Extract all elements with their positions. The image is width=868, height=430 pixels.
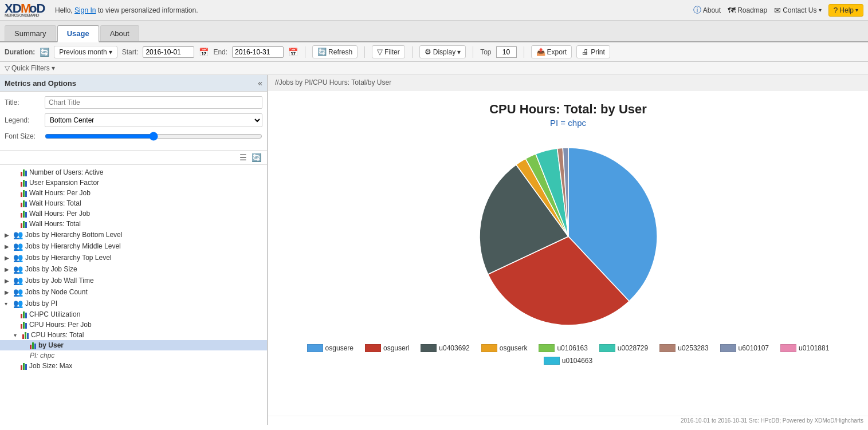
bar-chart-icon (21, 220, 27, 228)
tab-summary[interactable]: Summary (5, 25, 56, 41)
tree-refresh-btn[interactable]: 🔄 (250, 152, 262, 163)
tree-expand-arrow[interactable]: ▶ (5, 266, 11, 273)
tree-item[interactable]: Wait Hours: Total (0, 198, 267, 208)
tree-expand-arrow[interactable]: ▾ (14, 332, 21, 338)
tree-item-label: Number of Users: Active (29, 168, 103, 176)
pie-svg (471, 139, 666, 334)
tree-item[interactable]: ▶👥Jobs by Hierarchy Middle Level (0, 240, 267, 252)
tree-item[interactable]: Job Size: Max (0, 361, 267, 371)
tree-item[interactable]: Wait Hours: Per Job (0, 188, 267, 198)
start-date-input[interactable] (143, 46, 194, 58)
contact-us-label: Contact Us (783, 6, 816, 14)
legend-item: u0028729 (599, 344, 648, 352)
top-nav-left: XD M oD METRICS ON DEMAND Hello, Sign In… (5, 0, 198, 20)
prev-month-btn[interactable]: Previous month ▾ (54, 46, 117, 58)
tree-item[interactable]: Wall Hours: Per Job (0, 208, 267, 219)
tree-area: Number of Users: ActiveUser Expansion Fa… (0, 165, 267, 425)
top-navigation: XD M oD METRICS ON DEMAND Hello, Sign In… (0, 0, 868, 21)
tree-expand-arrow[interactable]: ▶ (5, 255, 11, 261)
fontsize-slider[interactable] (45, 132, 262, 141)
legend-item-label: u0403692 (439, 344, 469, 352)
tree-item[interactable]: Number of Users: Active (0, 167, 267, 177)
tree-item-label: by User (38, 341, 64, 349)
refresh-btn[interactable]: 🔄 Refresh (312, 45, 358, 58)
tree-item[interactable]: PI: chpc (0, 350, 267, 361)
roadmap-icon: 🗺 (728, 6, 736, 15)
tree-item-label: Jobs by Hierarchy Bottom Level (25, 231, 122, 239)
chart-subtitle: PI = chpc (550, 118, 586, 128)
legend-color-box (659, 344, 675, 352)
tree-item[interactable]: ▾CPU Hours: Total (0, 330, 267, 340)
chart-title-input[interactable] (45, 96, 262, 109)
tree-expand-arrow[interactable]: ▶ (5, 278, 11, 284)
filter-btn[interactable]: ▽ Filter (372, 45, 405, 58)
tree-item[interactable]: User Expansion Factor (0, 177, 267, 188)
tree-item[interactable]: Wall Hours: Total (0, 219, 267, 229)
tree-item[interactable]: CPU Hours: Per Job (0, 319, 267, 330)
help-icon: ? (834, 6, 838, 15)
hello-suffix: to view personalized information. (98, 6, 198, 14)
end-calendar-icon[interactable]: 📅 (288, 48, 298, 57)
display-dropdown-icon: ▾ (457, 48, 461, 56)
sign-in-link[interactable]: Sign In (74, 6, 96, 14)
right-panel: //Jobs by PI/CPU Hours: Total/by User CP… (268, 75, 868, 425)
tree-expand-arrow[interactable]: ▶ (5, 289, 11, 295)
display-btn[interactable]: ⚙ Display ▾ (419, 45, 466, 58)
title-row: Title: (5, 96, 262, 109)
tree-list-btn[interactable]: ☰ (238, 152, 248, 163)
legend-item-label: u6010107 (739, 344, 769, 352)
tree-item[interactable]: CHPC Utilization (0, 309, 267, 319)
chart-legend: osgusereosguserlu0403692osguserku0106163… (275, 340, 861, 369)
filter-label: Filter (384, 48, 400, 56)
legend-item: u0106163 (539, 344, 587, 352)
start-calendar-icon[interactable]: 📅 (199, 48, 209, 57)
tree-item[interactable]: ▶👥Jobs by Node Count (0, 286, 267, 298)
tree-item[interactable]: ▶👥Jobs by Hierarchy Top Level (0, 252, 267, 263)
help-nav-btn[interactable]: ? Help ▾ (828, 4, 863, 17)
tree-item-label: CPU Hours: Per Job (29, 321, 92, 329)
display-icon: ⚙ (425, 48, 431, 56)
legend-item-label: osguserl (383, 344, 409, 352)
tab-usage[interactable]: Usage (57, 25, 99, 42)
tree-item[interactable]: ▶👥Jobs by Job Size (0, 263, 267, 275)
tree-expand-arrow[interactable]: ▾ (5, 301, 11, 307)
legend-item-label: u0028729 (618, 344, 648, 352)
tab-bar: Summary Usage About (0, 21, 868, 42)
tree-item-label: Job Size: Max (29, 362, 72, 370)
top-nav-right: ⓘ About 🗺 Roadmap ✉ Contact Us ▾ ? Help … (693, 4, 863, 17)
export-btn[interactable]: 📤 Export (531, 45, 572, 58)
tree-expand-arrow[interactable]: ▶ (5, 243, 11, 250)
end-date-input[interactable] (232, 46, 284, 58)
hello-text: Hello, Sign In to view personalized info… (55, 6, 198, 14)
group-icon: 👥 (13, 299, 23, 308)
tree-item-label: Wait Hours: Per Job (29, 189, 91, 197)
legend-select[interactable]: Bottom Center Top Center Right Left None (45, 113, 262, 127)
legend-color-box (544, 357, 560, 365)
top-value-input[interactable] (496, 46, 517, 58)
toolbar-divider-2 (364, 46, 365, 58)
tree-item-label: CPU Hours: Total (31, 331, 84, 339)
about-nav-btn[interactable]: ⓘ About (693, 5, 721, 15)
top-label: Top (480, 48, 491, 56)
print-btn[interactable]: 🖨 Print (576, 45, 610, 58)
contact-us-nav-btn[interactable]: ✉ Contact Us ▾ (774, 6, 821, 15)
svg-text:METRICS ON DEMAND: METRICS ON DEMAND (5, 13, 40, 17)
info-icon: ⓘ (693, 5, 701, 15)
legend-item: u6010107 (720, 344, 769, 352)
tree-toolbar: ☰ 🔄 (0, 151, 267, 165)
quick-filters-btn[interactable]: ▽ Quick Filters ▾ (5, 64, 55, 72)
chart-breadcrumb: //Jobs by PI/CPU Hours: Total/by User (268, 75, 868, 90)
tab-about[interactable]: About (100, 25, 139, 41)
panel-collapse-btn[interactable]: « (258, 78, 262, 88)
tree-item-label: Jobs by PI (25, 299, 57, 307)
end-label: End: (213, 48, 227, 56)
bar-chart-icon (21, 210, 27, 218)
tree-item[interactable]: by User (0, 340, 267, 350)
tree-expand-arrow[interactable]: ▶ (5, 232, 11, 238)
tree-item[interactable]: ▾👥Jobs by PI (0, 298, 267, 309)
roadmap-nav-btn[interactable]: 🗺 Roadmap (728, 6, 767, 15)
legend-item-label: u0253283 (678, 344, 708, 352)
tree-item[interactable]: ▶👥Jobs by Hierarchy Bottom Level (0, 229, 267, 240)
tree-item[interactable]: ▶👥Jobs by Job Wall Time (0, 275, 267, 286)
tree-item-label: PI: chpc (30, 352, 54, 360)
